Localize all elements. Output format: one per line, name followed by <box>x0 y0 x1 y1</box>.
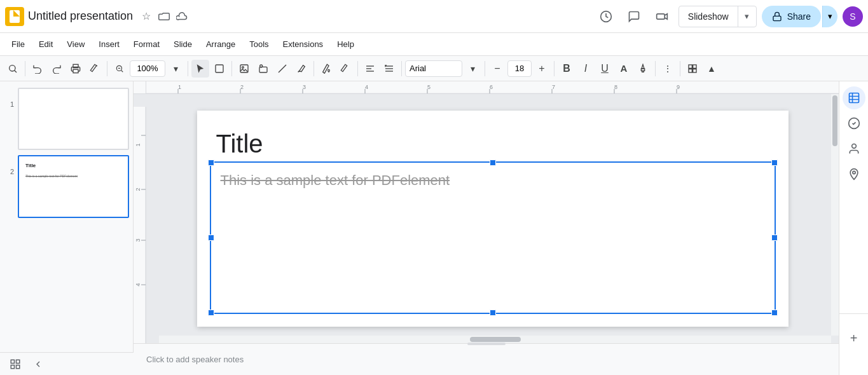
toolbar: ▾ ▾ − + B I U A ⋮ <box>0 56 868 81</box>
user-avatar[interactable]: S <box>843 6 863 27</box>
align-left-button[interactable] <box>361 60 379 78</box>
underline-button[interactable]: U <box>596 60 614 78</box>
slideshow-dropdown-button[interactable]: ▾ <box>738 6 756 27</box>
slideshow-button[interactable]: Slideshow ▾ <box>679 6 757 27</box>
border-color-button[interactable] <box>336 60 354 78</box>
svg-point-59 <box>852 171 855 174</box>
menu-insert[interactable]: Insert <box>92 37 126 51</box>
sidebar-sheets-button[interactable] <box>843 86 865 109</box>
grid-view-button[interactable] <box>6 355 24 373</box>
select-button[interactable] <box>210 60 228 78</box>
menu-extensions[interactable]: Extensions <box>277 37 330 51</box>
more-options-button[interactable]: ⋮ <box>659 60 677 78</box>
handle-bottom-right[interactable] <box>771 310 778 316</box>
paint-format-button[interactable] <box>86 60 104 78</box>
font-family-input[interactable] <box>405 60 462 77</box>
meet-button[interactable] <box>651 5 673 28</box>
handle-middle-left[interactable] <box>208 235 214 241</box>
menu-view[interactable]: View <box>60 37 91 51</box>
slide-title[interactable]: Title <box>216 130 263 158</box>
speaker-notes-area[interactable]: Click to add speaker notes <box>134 343 839 375</box>
speaker-notes-placeholder[interactable]: Click to add speaker notes <box>146 355 244 364</box>
print-button[interactable] <box>67 60 85 78</box>
svg-rect-26 <box>11 365 14 368</box>
svg-rect-5 <box>73 69 78 72</box>
cloud-sync-icon[interactable] <box>175 10 189 24</box>
share-arrow-button[interactable]: ▾ <box>822 6 837 27</box>
app-logo[interactable] <box>5 7 24 26</box>
main-layout: 1 2 Title This is a sample text for PDFe… <box>0 81 868 375</box>
insert-line-button[interactable] <box>273 60 291 78</box>
sidebar-user-button[interactable] <box>843 137 865 160</box>
vertical-scrollbar[interactable] <box>831 94 839 336</box>
layout-options-button[interactable] <box>684 60 701 78</box>
menu-tools[interactable]: Tools <box>243 37 275 51</box>
history-button[interactable] <box>595 5 617 28</box>
text-box[interactable]: This is a sample text for PDFelement <box>210 161 776 314</box>
slide-number-2: 2 <box>4 155 14 175</box>
zoom-dropdown-button[interactable]: ▾ <box>167 60 184 78</box>
svg-text:6: 6 <box>490 84 493 90</box>
handle-middle-right[interactable] <box>771 235 778 241</box>
collapse-panel-button[interactable] <box>29 355 47 373</box>
svg-text:2: 2 <box>135 188 141 191</box>
italic-button[interactable]: I <box>577 60 595 78</box>
toolbar-divider-4 <box>231 61 232 76</box>
line-spacing-button[interactable] <box>380 60 398 78</box>
comments-button[interactable] <box>623 5 645 28</box>
sidebar-check-button[interactable] <box>843 112 865 135</box>
h-scrollbar-thumb[interactable] <box>470 337 521 342</box>
zoom-out-button[interactable] <box>111 60 128 78</box>
folder-icon[interactable] <box>157 10 171 24</box>
sidebar-maps-button[interactable] <box>843 163 865 186</box>
menu-slide[interactable]: Slide <box>167 37 198 51</box>
scribble-button[interactable] <box>293 60 310 78</box>
undo-button[interactable] <box>29 60 46 78</box>
slide-thumb-1[interactable]: 1 <box>4 88 129 150</box>
share-button[interactable]: Share <box>762 6 821 27</box>
menu-help[interactable]: Help <box>331 37 361 51</box>
doc-title[interactable]: Untitled presentation <box>28 10 133 23</box>
collapse-toolbar-button[interactable]: ▲ <box>703 60 720 78</box>
cursor-button[interactable] <box>191 60 209 78</box>
fill-color-button[interactable] <box>317 60 335 78</box>
toolbar-divider-9 <box>554 61 555 76</box>
slide-preview-1[interactable] <box>18 88 129 150</box>
text-box-content[interactable]: This is a sample text for PDFelement <box>211 163 775 198</box>
zoom-input[interactable] <box>130 60 165 77</box>
slideshow-main-button[interactable]: Slideshow <box>679 6 738 27</box>
font-size-input[interactable] <box>507 60 532 77</box>
star-icon[interactable]: ☆ <box>139 10 153 24</box>
svg-rect-2 <box>773 16 781 20</box>
highlight-button[interactable] <box>634 60 652 78</box>
font-family-dropdown[interactable]: ▾ <box>464 60 481 78</box>
text-color-button[interactable]: A <box>615 60 633 78</box>
right-sidebar: + <box>839 81 868 375</box>
menu-arrange[interactable]: Arrange <box>200 37 242 51</box>
insert-image-button[interactable] <box>235 60 253 78</box>
toolbar-divider-1 <box>25 61 25 76</box>
horizontal-ruler: 1 2 3 4 5 6 7 8 9 <box>146 81 839 94</box>
font-size-increase-button[interactable]: + <box>533 60 551 78</box>
menu-edit[interactable]: Edit <box>32 37 59 51</box>
menu-file[interactable]: File <box>5 37 31 51</box>
slide-preview-2[interactable]: Title This is a sample text for PDFeleme… <box>18 155 129 217</box>
handle-top-right[interactable] <box>771 160 778 166</box>
notes-resize-handle[interactable] <box>467 343 506 345</box>
bold-button[interactable]: B <box>558 60 575 78</box>
svg-rect-56 <box>849 93 858 103</box>
handle-top-left[interactable] <box>208 160 214 166</box>
slide-thumb-2[interactable]: 2 Title This is a sample text for PDFele… <box>4 155 129 217</box>
menu-format[interactable]: Format <box>127 37 166 51</box>
search-toolbar-button[interactable] <box>4 60 22 78</box>
slide-canvas-wrap[interactable]: Title This is a sample text for PDFeleme… <box>146 94 839 343</box>
handle-bottom-left[interactable] <box>208 310 214 316</box>
v-scrollbar-thumb[interactable] <box>832 95 837 146</box>
sidebar-add-button[interactable]: + <box>843 327 865 350</box>
font-size-decrease-button[interactable]: − <box>488 60 506 78</box>
handle-bottom-center[interactable] <box>490 310 496 316</box>
insert-shape-button[interactable] <box>254 60 272 78</box>
redo-button[interactable] <box>48 60 65 78</box>
svg-rect-24 <box>11 360 14 363</box>
handle-top-center[interactable] <box>490 160 496 166</box>
